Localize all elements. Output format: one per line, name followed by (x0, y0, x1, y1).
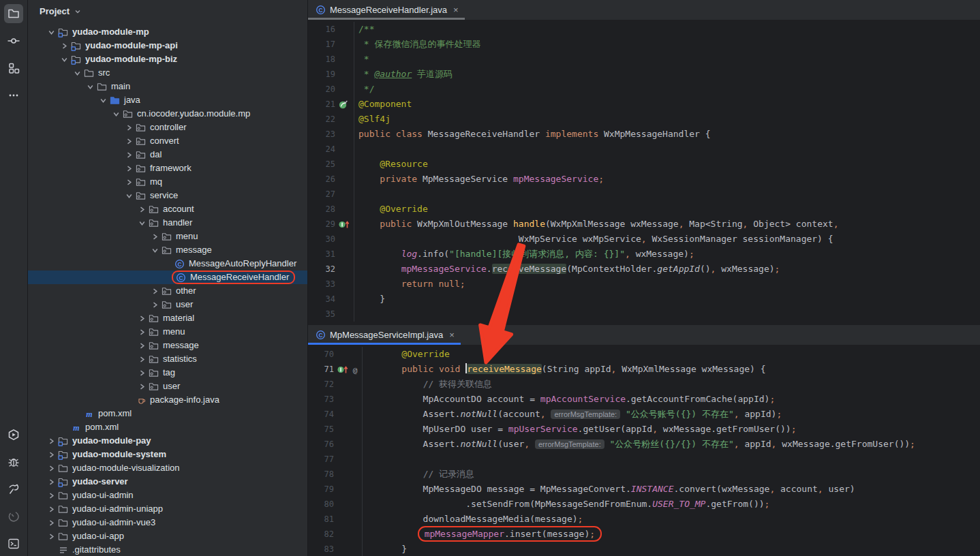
code-line[interactable]: 75 MpUserDO user = mpUserService.getUser… (308, 422, 980, 437)
code-line[interactable]: 19 * @author 芋道源码 (308, 67, 980, 82)
tree-item-yudao-ui-admin-uniapp[interactable]: yudao-ui-admin-uniapp (28, 502, 307, 516)
chevron-collapsed-icon[interactable] (123, 138, 135, 144)
line-number[interactable]: 81 (308, 512, 334, 527)
code-line[interactable]: 32 mpMessageService.receiveMessage(MpCon… (308, 262, 980, 277)
code-line[interactable]: 29 public WxMpXmlOutMessage handle(WxMpX… (308, 217, 980, 232)
chevron-expanded-icon[interactable] (72, 70, 83, 76)
chevron-collapsed-icon[interactable] (46, 465, 57, 472)
code-line[interactable]: 25 @Resource (308, 157, 980, 172)
tree-item-cn-iocoder-yudao-module-mp[interactable]: cn.iocoder.yudao.module.mp (28, 107, 307, 121)
tree-item-yudao-ui-app[interactable]: yudao-ui-app (28, 529, 307, 543)
line-number[interactable]: 71 (308, 362, 334, 377)
line-number[interactable]: 22 (308, 112, 335, 127)
chevron-collapsed-icon[interactable] (123, 166, 135, 172)
line-number[interactable]: 74 (308, 407, 334, 422)
structure-icon[interactable] (4, 59, 23, 78)
tree-item-user[interactable]: user (28, 380, 307, 393)
tree-item-package-info-java[interactable]: package-info.java (28, 393, 307, 407)
chevron-collapsed-icon[interactable] (46, 493, 57, 499)
tree-item-yudao-module-mp[interactable]: yudao-module-mp (28, 25, 307, 39)
line-number[interactable]: 32 (308, 262, 335, 277)
profiler-icon[interactable] (4, 507, 23, 526)
tree-item-yudao-module-pay[interactable]: yudao-module-pay (28, 434, 307, 448)
code-line[interactable]: 33 return null; (308, 277, 980, 292)
line-number[interactable]: 16 (308, 22, 335, 37)
line-number[interactable]: 20 (308, 82, 335, 97)
tree-item-messagereceivehandler[interactable]: CMessageReceiveHandler (28, 271, 307, 284)
code-line[interactable]: 34 } (308, 292, 980, 307)
line-number[interactable]: 23 (308, 127, 335, 142)
line-number[interactable]: 21 (308, 97, 335, 112)
code-line[interactable]: 35 (308, 307, 980, 322)
chevron-collapsed-icon[interactable] (46, 506, 57, 512)
project-panel-title[interactable]: Project (40, 6, 70, 16)
tab-mpmessageserviceimpl-java[interactable]: CMpMessageServiceImpl.java× (308, 325, 461, 345)
tab-messagereceivehandler-java[interactable]: CMessageReceiveHandler.java× (308, 0, 465, 20)
tree-item-user[interactable]: user (28, 298, 307, 311)
chevron-collapsed-icon[interactable] (123, 152, 135, 158)
chevron-collapsed-icon[interactable] (149, 234, 161, 240)
line-number[interactable]: 82 (308, 527, 334, 542)
chevron-collapsed-icon[interactable] (136, 343, 148, 349)
tree-item-service[interactable]: service (28, 189, 307, 202)
tree-item-controller[interactable]: controller (28, 121, 307, 134)
code-line[interactable]: 78 // 记录消息 (308, 467, 980, 482)
editor-mp-message-service-impl[interactable]: CMpMessageServiceImpl.java×70 @Override7… (308, 325, 980, 556)
code-line[interactable]: 74 Assert.notNull(account, errorMsgTempl… (308, 407, 980, 422)
tree-item-framework[interactable]: framework (28, 161, 307, 175)
chevron-collapsed-icon[interactable] (136, 329, 148, 335)
chevron-collapsed-icon[interactable] (59, 43, 70, 49)
code-line[interactable]: 82 mpMessageMapper.insert(message); (308, 527, 980, 542)
tree-item-src[interactable]: src (28, 66, 307, 80)
chevron-expanded-icon[interactable] (136, 220, 148, 226)
close-tab-icon[interactable]: × (453, 5, 459, 14)
line-number[interactable]: 28 (308, 202, 335, 217)
line-number[interactable]: 33 (308, 277, 335, 292)
line-number[interactable]: 79 (308, 482, 334, 497)
tree-item-main[interactable]: main (28, 80, 307, 93)
tree-item-handler[interactable]: handler (28, 216, 307, 230)
line-number[interactable]: 25 (308, 157, 335, 172)
tree-item-material[interactable]: material (28, 311, 307, 325)
tree-item-statistics[interactable]: statistics (28, 352, 307, 366)
line-number[interactable]: 83 (308, 542, 334, 556)
line-number[interactable]: 70 (308, 347, 334, 362)
tree-item-pom-xml[interactable]: mpom.xml (28, 407, 307, 420)
chevron-expanded-icon[interactable] (59, 57, 70, 63)
line-number[interactable]: 75 (308, 422, 334, 437)
tree-item-message[interactable]: message (28, 243, 307, 257)
run-icon[interactable] (4, 425, 23, 444)
code-line[interactable]: 80 .setSendFrom(MpMessageSendFromEnum.US… (308, 497, 980, 512)
tree-item-message[interactable]: message (28, 339, 307, 352)
chevron-collapsed-icon[interactable] (136, 384, 148, 390)
code-line[interactable]: 22@Slf4j (308, 112, 980, 127)
code-line[interactable]: 31 log.info("[handle][接收到请求消息, 内容: {}]",… (308, 247, 980, 262)
code-line[interactable]: 20 */ (308, 82, 980, 97)
code-line[interactable]: 77 (308, 452, 980, 467)
tree-item-convert[interactable]: convert (28, 134, 307, 148)
code-line[interactable]: 18 * (308, 52, 980, 67)
code-line[interactable]: 30 WxMpService wxMpService, WxSessionMan… (308, 232, 980, 247)
chevron-expanded-icon[interactable] (110, 111, 122, 117)
chevron-collapsed-icon[interactable] (46, 479, 57, 485)
code-line[interactable]: 24 (308, 142, 980, 157)
line-number[interactable]: 80 (308, 497, 334, 512)
code-line[interactable]: 83 } (308, 542, 980, 556)
chevron-expanded-icon[interactable] (123, 193, 135, 199)
project-folder-icon[interactable] (4, 4, 23, 23)
code-line[interactable]: 28 @Override (308, 202, 980, 217)
code-line[interactable]: 16/** (308, 22, 980, 37)
line-number[interactable]: 31 (308, 247, 335, 262)
chevron-collapsed-icon[interactable] (136, 206, 148, 213)
code-line[interactable]: 79 MpMessageDO message = MpMessageConver… (308, 482, 980, 497)
code-line[interactable]: 27 (308, 187, 980, 202)
editor-message-receive-handler[interactable]: CMessageReceiveHandler.java×16/**17 * 保存… (308, 0, 980, 325)
code-line[interactable]: 71@ public void receiveMessage(String ap… (308, 362, 980, 377)
more-icon[interactable] (4, 86, 23, 105)
code-line[interactable]: 72 // 获得关联信息 (308, 377, 980, 392)
close-tab-icon[interactable]: × (449, 330, 455, 339)
code-area[interactable]: 70 @Override71@ public void receiveMessa… (308, 345, 980, 556)
line-number[interactable]: 17 (308, 37, 335, 52)
tree-item-yudao-module-mp-biz[interactable]: yudao-module-mp-biz (28, 52, 307, 66)
tree-item-dal[interactable]: dal (28, 148, 307, 161)
